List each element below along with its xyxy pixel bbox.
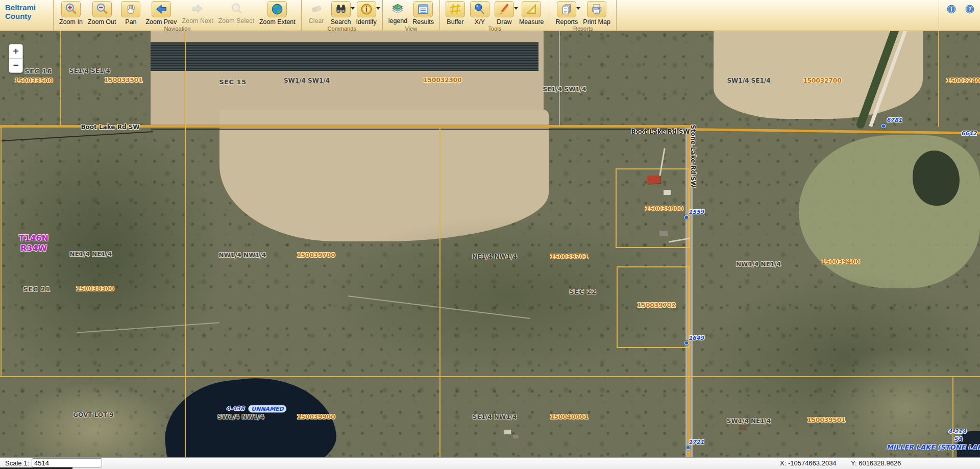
aerial-grass-patch	[15, 383, 174, 457]
section-line	[0, 376, 980, 377]
toolbar-button-reports[interactable]: Reports	[553, 1, 581, 26]
setsquare-icon	[522, 1, 541, 17]
aliquot-label: NW1/4 NW1/4	[219, 252, 266, 259]
pan-hand-icon	[121, 1, 140, 17]
address-point-marker	[684, 341, 689, 345]
dropdown-caret-icon[interactable]	[376, 7, 380, 10]
printer-icon	[587, 1, 606, 17]
info-icon[interactable]	[946, 4, 957, 14]
road-line-boot-lake	[689, 128, 980, 134]
survey-line	[559, 31, 560, 126]
arrow-left-icon	[152, 1, 171, 17]
parcel-id-label: 150033500	[14, 77, 53, 84]
toolbar-button-buffer[interactable]: Buffer	[443, 1, 468, 26]
toolbar-group-buttons: ReportsPrint Map	[553, 1, 613, 26]
dropdown-caret-icon[interactable]	[576, 7, 580, 10]
toolbar-group-reports: ReportsPrint MapReports	[550, 0, 617, 31]
toolbar-button-zoom-extent[interactable]: Zoom Extent	[257, 1, 298, 26]
toolbar-button-label: Draw	[497, 18, 511, 26]
aliquot-label: NW1/4 NE1/4	[736, 261, 781, 268]
toolbar-button-identify[interactable]: Identify	[353, 1, 379, 26]
parcel-id-label: 150033501	[104, 77, 142, 84]
results-icon	[413, 1, 433, 17]
toolbar-button-label: Zoom Next	[182, 17, 213, 24]
address-point-marker	[881, 124, 886, 129]
toolbar-button-results[interactable]: Results	[410, 1, 436, 26]
aerial-lake	[159, 370, 340, 457]
dropdown-caret-icon[interactable]	[351, 7, 355, 10]
toolbar-button-label: Clear	[309, 17, 324, 24]
toolbar-group-commands: ClearSearchIdentifyCommands	[302, 0, 383, 31]
building	[664, 190, 671, 195]
toolbar-button-draw[interactable]: Draw	[492, 1, 517, 26]
toolbar: Beltrami County Zoom InZoom OutPanZoom P…	[0, 0, 980, 31]
toolbar-button-print-map[interactable]: Print Map	[580, 1, 613, 26]
toolbar-button-label: Print Map	[583, 18, 610, 26]
toolbar-button-label: Search	[331, 18, 351, 26]
section-line	[185, 31, 186, 457]
toolbar-button-label: Zoom Prev	[145, 18, 177, 26]
pushpin-icon	[470, 1, 489, 17]
section-line	[938, 31, 939, 127]
help-icon[interactable]: ?	[965, 4, 975, 14]
map-zoom-control: + −	[9, 44, 23, 73]
address-point-marker	[686, 446, 691, 450]
toolbar-button-measure[interactable]: Measure	[517, 1, 547, 26]
toolbar-button-label: Measure	[519, 18, 544, 26]
svg-text:?: ?	[968, 7, 971, 12]
toolbar-group-buttons: Zoom InZoom OutPanZoom PrevZoom NextZoom…	[57, 1, 298, 26]
parcel-id-label: 150032400	[946, 77, 980, 84]
aliquot-label: SE1/4 NW1/4	[473, 413, 517, 421]
toolbar-button-legend[interactable]: legend	[386, 1, 410, 24]
building	[659, 231, 668, 236]
section-line	[60, 31, 61, 126]
map-zoom-in-button[interactable]: +	[9, 44, 22, 59]
toolbar-button-label: Results	[412, 18, 434, 26]
toolbar-group-buttons: BufferX/YDrawMeasure	[443, 1, 547, 26]
toolbar-button-label: Buffer	[447, 18, 463, 26]
toolbar-group-buttons: ClearSearchIdentify	[305, 1, 379, 26]
toolbar-group-navigation: Zoom InZoom OutPanZoom PrevZoom NextZoom…	[54, 0, 302, 31]
toolbar-groups: Zoom InZoom OutPanZoom PrevZoom NextZoom…	[54, 0, 617, 31]
layers-icon	[388, 1, 407, 16]
aliquot-label: SE1/4 SW1/4	[543, 86, 586, 93]
section-label: SEC 16	[24, 67, 52, 75]
zoom-select-icon	[227, 1, 246, 16]
toolbar-button-label: legend	[388, 17, 408, 24]
section-line	[952, 376, 953, 457]
aerial-tilled-strips	[151, 42, 538, 71]
address-number-label: 6781	[887, 117, 902, 124]
parcel-boundary	[617, 266, 690, 348]
toolbar-button-zoom-in[interactable]: Zoom In	[57, 1, 85, 26]
toolbar-group-buttons: legendResults	[386, 1, 436, 26]
toolbar-corner: ?	[939, 0, 980, 31]
arrow-right-icon	[188, 1, 207, 16]
toolbar-group-tools: BufferX/YDrawMeasureTools	[440, 0, 550, 31]
toolbar-button-x-y[interactable]: X/Y	[468, 1, 492, 26]
map-viewport[interactable]: + − SEC 16150033500SE1/4 SE1/4150033501S…	[0, 31, 980, 457]
eraser-icon	[307, 1, 326, 16]
scale-label: Scale 1:	[5, 459, 29, 467]
toolbar-button-label: Pan	[125, 18, 136, 26]
y-coordinate: Y: 6016328.9626	[851, 459, 901, 467]
scale-input[interactable]	[32, 458, 102, 467]
toolbar-button-zoom-next: Zoom Next	[180, 1, 216, 24]
aerial-grass-patch	[827, 348, 980, 457]
section-line	[1, 127, 2, 376]
identify-icon	[357, 1, 376, 17]
toolbar-button-pan[interactable]: Pan	[118, 1, 143, 26]
map-zoom-out-button[interactable]: −	[9, 59, 22, 72]
dropdown-caret-icon[interactable]	[514, 7, 518, 10]
aerial-marsh	[799, 135, 980, 288]
buffer-grid-icon	[446, 1, 465, 17]
address-point-marker	[684, 215, 689, 220]
status-bar: Scale 1: X: -10574663.2034 Y: 6016328.96…	[0, 457, 980, 469]
toolbar-button-label: Reports	[556, 18, 578, 26]
app-title: Beltrami County	[0, 0, 54, 31]
toolbar-button-search[interactable]: Search	[328, 1, 354, 26]
toolbar-button-zoom-prev[interactable]: Zoom Prev	[143, 1, 179, 26]
toolbar-button-zoom-out[interactable]: Zoom Out	[85, 1, 119, 26]
toolbar-button-label: Zoom Out	[88, 18, 116, 26]
documents-icon	[557, 1, 576, 17]
toolbar-button-clear: Clear	[305, 1, 328, 24]
